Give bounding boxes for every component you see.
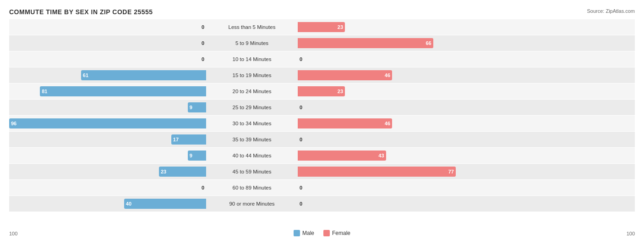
row-right-section: 77 <box>298 164 495 179</box>
male-value: 40 <box>126 201 131 207</box>
female-zero-value: 0 <box>300 185 302 190</box>
row-right-section: 43 <box>298 148 495 163</box>
row-right-section: 0 <box>298 132 495 147</box>
male-value: 61 <box>83 73 88 78</box>
male-zero-value: 0 <box>202 56 204 62</box>
chart-area: 0Less than 5 Minutes2305 to 9 Minutes660… <box>9 19 635 207</box>
row-label: 15 to 19 Minutes <box>206 73 298 78</box>
female-zero-value: 0 <box>300 56 302 62</box>
row-left-section: 0 <box>9 180 206 195</box>
legend-female-label: Female <box>332 230 350 236</box>
chart-row: 4090 or more Minutes0 <box>9 196 635 212</box>
female-bar: 77 <box>298 167 456 177</box>
source-label: Source: ZipAtlas.com <box>587 8 635 14</box>
chart-row: 05 to 9 Minutes66 <box>9 35 635 51</box>
legend-female: Female <box>323 230 350 236</box>
female-bar: 43 <box>298 151 386 161</box>
chart-row: 1735 to 39 Minutes0 <box>9 132 635 147</box>
chart-title: COMMUTE TIME BY SEX IN ZIP CODE 25555 <box>9 8 635 16</box>
female-value: 46 <box>385 73 390 78</box>
axis-right-label: 100 <box>627 231 635 236</box>
row-left-section: 0 <box>9 51 206 67</box>
chart-container: COMMUTE TIME BY SEX IN ZIP CODE 25555 So… <box>0 0 644 240</box>
axis-left-label: 100 <box>9 231 17 236</box>
row-left-section: 0 <box>9 35 206 51</box>
chart-row: 060 to 89 Minutes0 <box>9 180 635 195</box>
chart-row: 940 to 44 Minutes43 <box>9 148 635 163</box>
row-right-section: 0 <box>298 51 495 67</box>
row-left-section: 9 <box>9 100 206 115</box>
row-label: 40 to 44 Minutes <box>206 153 298 158</box>
chart-row: 2345 to 59 Minutes77 <box>9 164 635 179</box>
legend-male-label: Male <box>302 230 314 236</box>
male-bar: 9 <box>188 102 206 112</box>
female-value: 43 <box>378 153 384 158</box>
male-value: 23 <box>161 169 166 174</box>
male-value: 17 <box>173 137 179 142</box>
row-label: 5 to 9 Minutes <box>206 40 298 46</box>
male-value: 9 <box>190 105 192 110</box>
chart-row: 8120 to 24 Minutes23 <box>9 84 635 99</box>
row-right-section: 46 <box>298 67 495 83</box>
female-bar: 23 <box>298 22 345 32</box>
row-right-section: 0 <box>298 196 495 212</box>
row-label: 25 to 29 Minutes <box>206 105 298 110</box>
male-bar: 40 <box>124 199 206 209</box>
male-zero-value: 0 <box>202 185 204 190</box>
row-label: 35 to 39 Minutes <box>206 137 298 142</box>
female-zero-value: 0 <box>300 137 302 142</box>
row-label: 60 to 89 Minutes <box>206 185 298 190</box>
row-right-section: 66 <box>298 35 495 51</box>
row-left-section: 81 <box>9 84 206 99</box>
row-right-section: 0 <box>298 180 495 195</box>
female-bar: 66 <box>298 38 433 48</box>
male-value: 96 <box>11 121 16 126</box>
female-value: 77 <box>448 169 454 174</box>
row-left-section: 61 <box>9 67 206 83</box>
male-value: 81 <box>42 89 47 94</box>
row-left-section: 17 <box>9 132 206 147</box>
female-value: 23 <box>338 24 343 30</box>
row-left-section: 96 <box>9 116 206 131</box>
legend-male: Male <box>294 230 314 236</box>
male-bar: 9 <box>188 151 206 161</box>
row-left-section: 9 <box>9 148 206 163</box>
female-value: 23 <box>338 89 343 94</box>
chart-row: 9630 to 34 Minutes46 <box>9 116 635 131</box>
chart-row: 0Less than 5 Minutes23 <box>9 19 635 35</box>
row-label: 30 to 34 Minutes <box>206 121 298 126</box>
row-left-section: 23 <box>9 164 206 179</box>
female-bar: 46 <box>298 70 392 80</box>
female-value: 66 <box>426 40 431 46</box>
row-left-section: 0 <box>9 19 206 35</box>
chart-row: 6115 to 19 Minutes46 <box>9 67 635 83</box>
row-right-section: 23 <box>298 19 495 35</box>
male-bar: 81 <box>40 86 206 96</box>
male-bar: 61 <box>81 70 206 80</box>
legend-female-box <box>323 230 330 236</box>
row-left-section: 40 <box>9 196 206 212</box>
row-label: 90 or more Minutes <box>206 201 298 207</box>
male-bar: 17 <box>171 134 206 145</box>
legend-male-box <box>294 230 300 236</box>
row-label: 10 to 14 Minutes <box>206 56 298 62</box>
row-right-section: 23 <box>298 84 495 99</box>
row-right-section: 0 <box>298 100 495 115</box>
row-label: Less than 5 Minutes <box>206 24 298 30</box>
row-right-section: 46 <box>298 116 495 131</box>
chart-legend: Male Female <box>294 230 350 236</box>
male-value: 9 <box>190 153 192 158</box>
male-bar: 23 <box>159 167 206 177</box>
female-bar: 23 <box>298 86 345 96</box>
chart-row: 010 to 14 Minutes0 <box>9 51 635 67</box>
female-bar: 46 <box>298 118 392 128</box>
female-value: 46 <box>385 121 390 126</box>
chart-row: 925 to 29 Minutes0 <box>9 100 635 115</box>
male-zero-value: 0 <box>202 40 204 46</box>
male-bar: 96 <box>9 118 206 128</box>
row-label: 20 to 24 Minutes <box>206 89 298 94</box>
female-zero-value: 0 <box>300 105 302 110</box>
row-label: 45 to 59 Minutes <box>206 169 298 174</box>
male-zero-value: 0 <box>202 24 204 30</box>
female-zero-value: 0 <box>300 201 302 207</box>
